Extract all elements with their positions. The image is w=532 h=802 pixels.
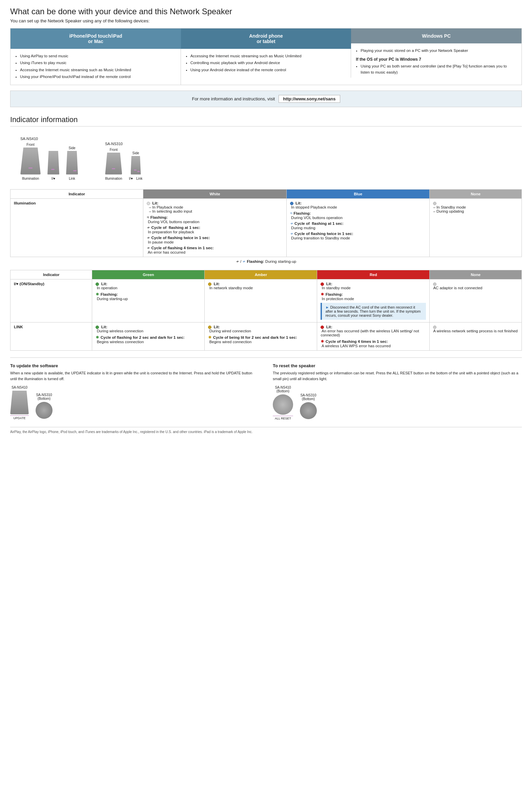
green-dot bbox=[96, 282, 99, 286]
link-amber-flashing-item: Begins wired connection bbox=[208, 340, 251, 344]
device-card-windows: Windows PC Playing your music stored on … bbox=[351, 29, 521, 85]
ns310-link-label: Link bbox=[136, 177, 142, 180]
link-green-flashing-item: Begins wireless connection bbox=[96, 340, 144, 344]
white-flashing-item: During VOL buttons operation bbox=[147, 220, 199, 224]
blue-flashing-label: Flashing: bbox=[293, 211, 311, 215]
list-item: Using your iPhone/iPod touch/iPad instea… bbox=[20, 74, 176, 80]
onstandby-label-cell: I/♥ (ON/Standby) bbox=[11, 279, 92, 322]
white-cycle1-item: In preparation for playback bbox=[147, 230, 194, 234]
list-item: Using your PC as both server and control… bbox=[361, 63, 517, 76]
none-dot-on bbox=[433, 282, 436, 286]
link-amber-cell: Lit: During wired connection ✸ Cycle of … bbox=[205, 322, 317, 350]
update-ns410-block: SA-NS410 UPDATE bbox=[10, 386, 29, 420]
red-flashing-item: In protection mode bbox=[321, 297, 354, 301]
th-indicator-1: Indicator bbox=[11, 189, 143, 198]
diagram-section: SA-NS410 Front Illumination I bbox=[10, 130, 522, 189]
reset-ns410-shape bbox=[273, 395, 293, 415]
link-none-dot bbox=[433, 326, 436, 329]
update-title: To update the software bbox=[10, 363, 259, 368]
diagram-ns310: SA-NS310 Front Illumination Side bbox=[105, 142, 142, 180]
ns310-side-label: Side bbox=[129, 151, 142, 155]
white-cycle4-label: Cycle of flashing 4 times in 1 sec: bbox=[151, 246, 214, 250]
red-dot bbox=[321, 282, 324, 286]
ns310-front-label: Front bbox=[105, 148, 122, 151]
blue-cycle1-icon: ≁ bbox=[290, 221, 293, 226]
green-lit-item: In operation bbox=[96, 286, 117, 290]
blue-lit-label: Lit: bbox=[296, 201, 302, 205]
flashing-note-text: Flashing: bbox=[247, 259, 264, 263]
indicator-table-2: Indicator Green Amber Red None I/♥ (ON/S… bbox=[10, 270, 522, 351]
th-none-1: None bbox=[430, 189, 522, 198]
reset-ns410-block: SA-NS410 (Bottom) ALL RESET bbox=[273, 386, 293, 420]
illumination-label-cell: Illumination bbox=[11, 198, 143, 257]
link-amber-flashing-label: Cycle of being lit for 2 sec and dark fo… bbox=[213, 335, 297, 340]
th-blue: Blue bbox=[286, 189, 430, 198]
white-cycle4-icon: ≁ bbox=[147, 245, 150, 250]
page-subtitle: You can set up the Network Speaker using… bbox=[10, 18, 522, 23]
device-card-iphone-body: Using AirPlay to send music Using iTunes… bbox=[11, 49, 181, 85]
link-green-dot bbox=[96, 326, 99, 329]
footer-text: AirPlay, the AirPlay logo, iPhone, iPod … bbox=[10, 430, 252, 434]
update-images: SA-NS410 UPDATE SA-NS310 (Bottom) bbox=[10, 386, 259, 420]
update-col: To update the software When a new update… bbox=[10, 363, 259, 420]
red-lit-item: In standby mode bbox=[321, 286, 350, 290]
link-red-dot bbox=[321, 326, 324, 329]
blue-flashing-item: During VOL buttons operation bbox=[290, 216, 343, 220]
power-indicator-410 bbox=[51, 169, 55, 170]
table-row: I/♥ (ON/Standby) Lit: In operation ✸ Fla… bbox=[11, 279, 522, 322]
link-green-lit-label: Lit: bbox=[101, 325, 108, 329]
ns410-power-icon: I/♥ bbox=[48, 177, 59, 180]
reset-title: To reset the speaker bbox=[273, 363, 522, 368]
table-row: Illumination Lit: – In Playback mode – I… bbox=[11, 198, 522, 257]
link-red-lit-label: Lit: bbox=[326, 325, 332, 329]
white-cycle1: ≁ Cycle of flashing at 1 sec: In prepara… bbox=[147, 225, 283, 234]
footer-note: AirPlay, the AirPlay logo, iPhone, iPod … bbox=[10, 427, 522, 434]
white-flashing-label: Flashing: bbox=[150, 215, 168, 219]
th-indicator-2: Indicator bbox=[11, 270, 92, 279]
ns310-illumination-label: Illumination bbox=[105, 177, 122, 180]
update-ns310-block: SA-NS310 (Bottom) bbox=[36, 393, 53, 420]
green-flashing-label: Flashing: bbox=[101, 292, 118, 296]
amber-dot bbox=[208, 282, 211, 286]
green-flash-icon: ✸ bbox=[96, 292, 99, 297]
white-dot-lit bbox=[147, 202, 150, 205]
blue-cycle2-label: Cycle of flashing twice in 1 sec: bbox=[294, 232, 353, 236]
update-ns410-label: SA-NS410 bbox=[10, 386, 29, 389]
link-label-cell: LINK bbox=[11, 322, 92, 350]
th-none-2: None bbox=[430, 270, 522, 279]
illumination-indicator-310 bbox=[112, 168, 115, 169]
indicator-table-1: Indicator White Blue None Illumination L… bbox=[10, 189, 522, 257]
link-green-flashing: ✸ Cycle of flashing for 2 sec and dark f… bbox=[96, 335, 201, 344]
ns410-side-power-block: I/♥ bbox=[48, 150, 59, 180]
blue-flash-icon: ≈ bbox=[290, 211, 292, 216]
link-green-flashing-label: Cycle of flashing for 2 sec and dark for… bbox=[101, 335, 185, 340]
white-cycle2-icon: ≁ bbox=[147, 235, 150, 240]
white-cycle1-icon: ≁ bbox=[147, 225, 150, 230]
device-card-iphone-header: iPhone/iPod touch/iPador Mac bbox=[11, 29, 181, 49]
ns410-label: SA-NS410 bbox=[20, 136, 78, 141]
white-cycle4: ≁ Cycle of flashing 4 times in 1 sec: An… bbox=[147, 245, 283, 254]
bottom-section: To update the software When a new update… bbox=[10, 358, 522, 420]
link-amber-lit-item: During wired connection bbox=[208, 329, 251, 333]
blue-cycle1-item: During muting bbox=[290, 226, 316, 230]
ns310-front-shape bbox=[105, 152, 122, 175]
illumination-indicator-410 bbox=[28, 167, 33, 168]
ns410-side-link-block: Side Link bbox=[66, 146, 78, 180]
reset-body: The previously registered settings or in… bbox=[273, 370, 522, 382]
none-item2: – During updating bbox=[433, 209, 464, 213]
link-red-lit: Lit: An error has occurred (with the wir… bbox=[321, 325, 426, 337]
list-item: Using your Android device instead of the… bbox=[190, 67, 346, 73]
device-card-android-header: Android phoneor tablet bbox=[181, 29, 352, 49]
flashing-note-icon1: ≁ bbox=[236, 259, 239, 264]
flashing-note-icon2: ≁ bbox=[242, 259, 246, 264]
ns410-link-label: Link bbox=[66, 177, 78, 180]
blue-cycle1-label: Cycle of flashing at 1 sec: bbox=[294, 221, 343, 225]
update-caption: UPDATE bbox=[10, 415, 29, 420]
device-cards-container: iPhone/iPod touch/iPador Mac Using AirPl… bbox=[10, 28, 522, 85]
table-row: LINK Lit: During wireless connection ✸ C… bbox=[11, 322, 522, 350]
link-none-item: A wireless network setting process is no… bbox=[433, 329, 517, 333]
diagram-ns410: SA-NS410 Front Illumination I bbox=[20, 136, 78, 180]
url-link[interactable]: http://www.sony.net/sans bbox=[279, 95, 340, 103]
link-none-cell: A wireless network setting process is no… bbox=[430, 322, 522, 350]
flashing-note-desc: During starting-up bbox=[265, 259, 296, 263]
